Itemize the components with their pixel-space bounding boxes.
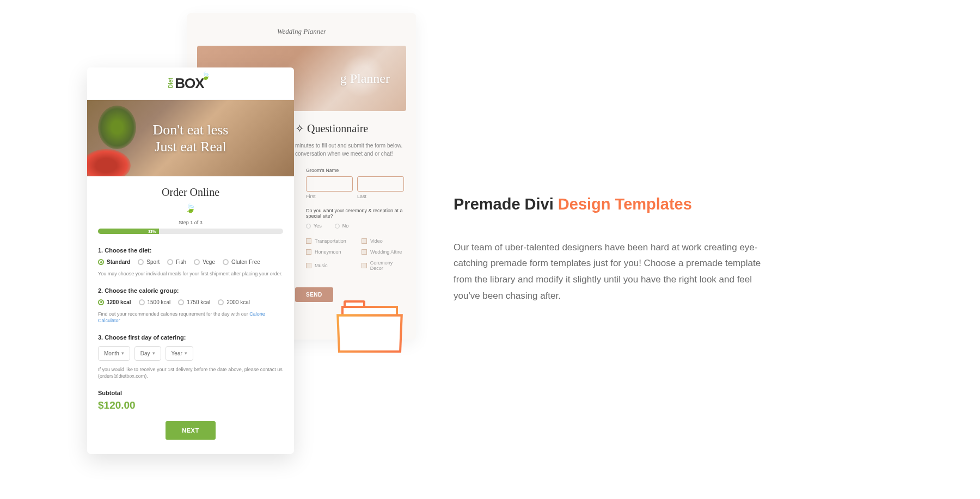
diet-hero-image: Don't eat less Just eat Real bbox=[87, 100, 294, 176]
diet-logo-box: BOX bbox=[175, 75, 204, 92]
progress-bar-track: 33% bbox=[98, 229, 283, 234]
templates-preview: Wedding Planner g Planner ✧ Questionnair… bbox=[0, 0, 454, 499]
leaf-icon: 🍃 bbox=[201, 71, 210, 80]
diet-radio-vege[interactable]: Vege bbox=[194, 259, 215, 265]
wedding-hero-text: g Planner bbox=[340, 71, 390, 86]
diet-radio-standard[interactable]: Standard bbox=[98, 259, 130, 265]
section-heading: Premade Divi Design Templates bbox=[454, 195, 936, 213]
groom-first-input[interactable] bbox=[306, 176, 353, 192]
choose-caloric-title: 2. Choose the caloric group: bbox=[98, 287, 283, 294]
caloric-radio-1200[interactable]: 1200 kcal bbox=[98, 299, 131, 305]
check-honeymoon[interactable]: Honeymoon bbox=[306, 249, 351, 255]
diet-hint-3: If you would like to receive your 1st de… bbox=[98, 366, 283, 380]
diet-radio-fish[interactable]: Fish bbox=[167, 259, 186, 265]
wedding-questionnaire-subtitle: minutes to fill out and submit the form … bbox=[295, 141, 404, 158]
diet-logo-bar: Diet BOX 🍃 bbox=[87, 67, 294, 100]
diet-logo-diet: Diet bbox=[168, 78, 174, 88]
diet-hint-1: You may choose your individual meals for… bbox=[98, 270, 283, 278]
wedding-logo: Wedding Planner bbox=[197, 27, 406, 36]
wedding-send-button[interactable]: SEND bbox=[295, 287, 333, 302]
diet-hero-line2: Just eat Real bbox=[153, 138, 229, 155]
check-video[interactable]: Video bbox=[362, 238, 406, 244]
leaf-divider-icon: 🍃 bbox=[98, 203, 283, 213]
check-wedding-attire[interactable]: Wedding Attire bbox=[362, 249, 406, 255]
diet-radio-sport[interactable]: Sport bbox=[138, 259, 160, 265]
groom-last-input[interactable] bbox=[357, 176, 404, 192]
day-select[interactable]: Day bbox=[134, 346, 161, 361]
folder-icon bbox=[341, 306, 398, 353]
ceremony-yes-radio[interactable]: Yes bbox=[306, 223, 322, 229]
order-online-title: Order Online bbox=[98, 186, 283, 199]
ceremony-no-radio[interactable]: No bbox=[335, 223, 349, 229]
first-sublabel: First bbox=[306, 194, 353, 199]
check-ceremony-decor[interactable]: Ceremony Decor bbox=[362, 260, 406, 271]
caloric-radio-1750[interactable]: 1750 kcal bbox=[178, 299, 210, 305]
month-select[interactable]: Month bbox=[98, 346, 130, 361]
section-description: Our team of uber-talented designers have… bbox=[454, 239, 780, 304]
groom-name-label: Groom's Name bbox=[306, 168, 406, 173]
subtotal-label: Subtotal bbox=[98, 390, 283, 396]
year-select[interactable]: Year bbox=[166, 346, 193, 361]
choose-day-title: 3. Choose first day of catering: bbox=[98, 334, 283, 341]
ceremony-question: Do you want your ceremony & reception at… bbox=[306, 208, 406, 219]
diet-hero-line1: Don't eat less bbox=[153, 121, 229, 138]
last-sublabel: Last bbox=[357, 194, 404, 199]
wedding-questionnaire-title: ✧ Questionnaire bbox=[295, 122, 406, 135]
check-music[interactable]: Music bbox=[306, 260, 351, 271]
diet-radio-glutenfree[interactable]: Gluten Free bbox=[223, 259, 260, 265]
check-transportation[interactable]: Transportation bbox=[306, 238, 351, 244]
caloric-radio-1500[interactable]: 1500 kcal bbox=[139, 299, 171, 305]
diet-template-card: Diet BOX 🍃 Don't eat less Just eat Real … bbox=[87, 67, 294, 454]
caloric-radio-2000[interactable]: 2000 kcal bbox=[218, 299, 250, 305]
next-button[interactable]: NEXT bbox=[166, 421, 215, 440]
progress-bar-fill: 33% bbox=[98, 229, 159, 234]
subtotal-price: $120.00 bbox=[98, 399, 283, 411]
diet-hint-2: Find out your recommended calories requi… bbox=[98, 311, 283, 324]
choose-diet-title: 1. Choose the diet: bbox=[98, 247, 283, 254]
step-indicator: Step 1 of 3 bbox=[98, 220, 283, 225]
